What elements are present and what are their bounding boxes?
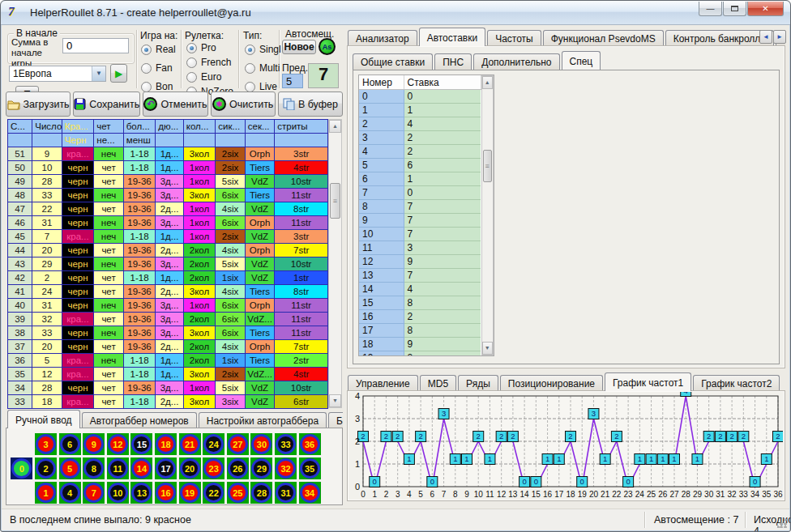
radio-option-bon[interactable]: Bon <box>141 81 176 92</box>
table-row[interactable]: 4031черннеч19-363д...1кол6sixOrph11str <box>8 299 328 313</box>
table-row[interactable]: 3512кра...чет1-181д...3кол2sixVdZ...4str <box>8 368 328 381</box>
table-row[interactable]: 129 <box>359 254 481 268</box>
table-row[interactable]: 4833черннеч19-363д...3кол6sixTiers11str <box>8 189 328 202</box>
radio-icon[interactable] <box>141 63 152 74</box>
number-button-36[interactable]: 36 <box>299 433 321 455</box>
number-button-13[interactable]: 13 <box>130 482 152 504</box>
tab-ручной-ввод[interactable]: Ручной ввод <box>7 410 80 428</box>
table-row[interactable]: 70 <box>359 185 481 199</box>
number-button-24[interactable]: 24 <box>203 433 224 455</box>
tab-бот[interactable]: Бот <box>328 412 343 428</box>
number-button-10[interactable]: 10 <box>107 482 129 504</box>
radio-option-pro[interactable]: Pro <box>186 42 233 53</box>
bets-scrollbar[interactable]: ▲ ▼ <box>481 75 494 355</box>
scrollbar-thumb[interactable] <box>330 183 340 219</box>
tab-ряды[interactable]: Ряды <box>458 375 498 391</box>
radio-option-euro[interactable]: Euro <box>186 71 233 83</box>
table-row[interactable]: 00 <box>359 89 481 103</box>
radio-icon[interactable] <box>141 45 152 55</box>
subtab-общие-ставки[interactable]: Общие ставки <box>353 53 433 70</box>
scrollbar-thumb[interactable] <box>483 150 493 182</box>
number-button-35[interactable]: 35 <box>299 458 321 479</box>
number-button-27[interactable]: 27 <box>227 433 249 455</box>
number-button-26[interactable]: 26 <box>227 458 249 479</box>
radio-icon[interactable] <box>245 45 255 55</box>
number-button-4[interactable]: 4 <box>59 482 81 504</box>
tab-настройки-автограббера[interactable]: Настройки автограббера <box>199 412 327 428</box>
number-button-17[interactable]: 17 <box>155 458 177 479</box>
table-row[interactable]: 5010чернчет1-181д...1кол2sixTiers4str <box>8 161 328 175</box>
tab-позиционирование[interactable]: Позиционирование <box>500 375 603 391</box>
tab-функционал-psevdoms[interactable]: Функционал PsevdoMS <box>543 30 664 46</box>
number-button-25[interactable]: 25 <box>227 482 249 504</box>
table-row[interactable]: 178 <box>359 323 481 337</box>
table-row[interactable]: 3932кра...чет19-363д...2кол6sixVdZ...11s… <box>8 313 328 326</box>
table-row[interactable]: 457кра...неч1-181д...1кол2sixVdZ3str <box>8 230 328 244</box>
number-button-31[interactable]: 31 <box>275 482 297 504</box>
number-button-33[interactable]: 33 <box>275 433 297 455</box>
radio-icon[interactable] <box>186 43 197 53</box>
number-button-11[interactable]: 11 <box>107 458 129 479</box>
number-button-15[interactable]: 15 <box>130 433 152 455</box>
radio-option-live[interactable]: Live <box>245 81 281 92</box>
table-row[interactable]: 4722чернчет19-362д...1кол4sixVdZ8str <box>8 202 328 216</box>
table-row[interactable]: 97 <box>359 213 481 227</box>
table-row[interactable]: 189 <box>359 337 481 351</box>
undo-button[interactable]: ↶ Отменить <box>143 92 207 117</box>
number-button-8[interactable]: 8 <box>83 458 105 479</box>
table-row[interactable]: 61 <box>359 172 481 185</box>
save-button[interactable]: Сохранить <box>73 92 140 117</box>
tab-md5[interactable]: MD5 <box>420 375 456 391</box>
number-button-32[interactable]: 32 <box>275 458 297 479</box>
table-row[interactable]: 3720чернчет19-362д...2кол4sixOrph7str <box>8 340 328 354</box>
number-button-9[interactable]: 9 <box>83 433 105 455</box>
copy-to-buffer-button[interactable]: В буфер <box>278 92 343 117</box>
number-button-30[interactable]: 30 <box>250 433 272 455</box>
load-button[interactable]: Загрузить <box>6 92 71 117</box>
number-button-34[interactable]: 34 <box>299 482 321 504</box>
number-button-23[interactable]: 23 <box>203 458 224 479</box>
tab-частоты[interactable]: Частоты <box>487 30 541 46</box>
table-row[interactable]: 107 <box>359 227 481 240</box>
history-scrollbar[interactable]: ▲ ▼ <box>328 119 342 408</box>
number-button-21[interactable]: 21 <box>179 433 201 455</box>
table-row[interactable]: 113 <box>359 240 481 254</box>
table-row[interactable]: 4329черннеч19-363д...2кол5sixVdZ10str <box>8 257 328 271</box>
subtab-дополнительно[interactable]: Дополнительно <box>473 53 559 70</box>
table-row[interactable]: 519кра...неч1-181д...3кол2sixOrph3str <box>8 147 328 161</box>
table-row[interactable]: 4631черннеч19-363д...1кол6sixOrph11str <box>8 216 328 230</box>
table-row[interactable]: 365кра...неч1-181д...2кол1sixTiers2str <box>8 354 328 368</box>
number-button-7[interactable]: 7 <box>83 482 105 504</box>
maximize-button[interactable] <box>723 2 746 16</box>
number-button-3[interactable]: 3 <box>35 433 57 455</box>
number-button-6[interactable]: 6 <box>59 433 81 455</box>
tab-контроль-банкролла[interactable]: Контроль банкролла <box>665 30 774 46</box>
scroll-down-icon[interactable]: ▼ <box>329 394 341 407</box>
table-row[interactable]: 158 <box>359 296 481 309</box>
tab-анализатор[interactable]: Анализатор <box>348 30 417 46</box>
radio-icon[interactable] <box>245 63 255 74</box>
radio-icon[interactable] <box>245 82 255 92</box>
new-autoshift-button[interactable]: Новое <box>282 40 316 54</box>
radio-option-singl[interactable]: Singl <box>245 44 281 55</box>
tab-scroll-right-icon[interactable]: ► <box>773 30 786 44</box>
title-bar[interactable]: 7 HelperRoullet 8.71 - create helperroul… <box>1 1 790 25</box>
scroll-up-icon[interactable]: ▲ <box>329 120 341 133</box>
table-row[interactable]: 137 <box>359 268 481 282</box>
scroll-down-icon[interactable]: ▼ <box>482 342 494 355</box>
minimize-button[interactable]: — <box>699 2 722 16</box>
table-row[interactable]: 56 <box>359 158 481 172</box>
close-button[interactable]: ✕ <box>747 2 784 16</box>
number-button-5[interactable]: 5 <box>59 458 81 479</box>
tab-автограббер-номеров[interactable]: Автограббер номеров <box>82 412 197 428</box>
subtab-пнс[interactable]: ПНС <box>434 53 472 70</box>
tab-scroll-left-icon[interactable]: ◄ <box>759 30 772 44</box>
table-row[interactable]: 11 <box>359 103 481 117</box>
chevron-down-icon[interactable]: ▼ <box>92 66 105 81</box>
table-row[interactable]: 144 <box>359 282 481 296</box>
table-row[interactable]: 3833черннеч19-363д...3кол6sixTiers11str <box>8 326 328 340</box>
number-button-29[interactable]: 29 <box>250 458 272 479</box>
tab-график-частот1[interactable]: График частот1 <box>605 372 691 391</box>
preset-combobox[interactable]: 1Европа ▼ <box>9 66 106 82</box>
table-row[interactable]: 3428чернчет19-363д...1кол5sixVdZ10str <box>8 381 328 395</box>
